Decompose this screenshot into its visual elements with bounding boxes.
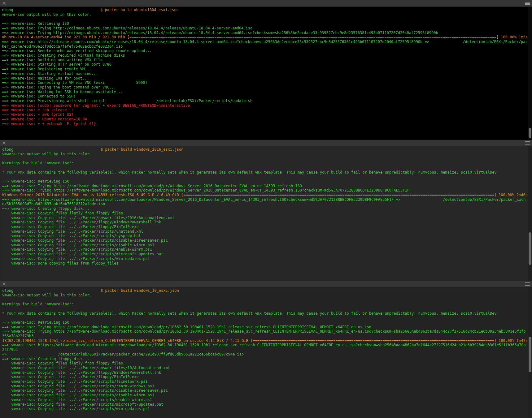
terminal-line: vmware-iso: Copying file: ../../Packer/s… <box>2 256 528 261</box>
scrollbar-thumb[interactable] <box>529 232 531 265</box>
progress-label: 18362.30.190401-1528.19h1_release_svc_re… <box>2 338 253 343</box>
progress-label: Windows_Server_2016_Datacenter_EVAL_en-u… <box>2 193 183 197</box>
terminal-pane-windows2016: × clong $ packer build windows_2016_esxi… <box>0 140 532 281</box>
close-icon[interactable]: × <box>2 282 6 287</box>
terminal-line: ubuntu-18.04.4-server-amd64.iso 921.00 M… <box>2 35 528 40</box>
terminal-line: vmware-iso: Copying file: ../../Packer/s… <box>2 384 528 389</box>
progress-bar: ========================================… <box>253 338 494 343</box>
terminal-line: ==> vmware-iso: Creating required virtua… <box>2 53 528 58</box>
terminal-line: ==> vmware-iso: Provisioning with shell … <box>2 99 528 103</box>
terminal-line <box>2 17 528 21</box>
terminal-line: ==> vmware-iso: Starting virtual machine… <box>2 71 528 76</box>
hamburger-menu-icon[interactable] <box>525 2 530 2</box>
terminal-line: vmware-iso output will be in this color. <box>2 152 528 157</box>
terminal-line: ==> vmware-iso: + + echoawk -F. {print $… <box>2 122 528 126</box>
terminal-line: ==> vmware-iso: Waiting for SSH to becom… <box>2 90 528 94</box>
hamburger-menu-icon[interactable] <box>525 141 530 142</box>
terminal-line: ==> vmware-iso: Retrieving ISO <box>2 21 528 26</box>
terminal-pane-ubuntu1804: × clong $ packer build ubuntu1804_esxi.j… <box>0 0 532 140</box>
close-icon[interactable]: × <box>2 1 6 6</box>
progress-stats: ] 100.00% 1m5s <box>496 35 528 40</box>
terminal-line: vmware-iso: Copying file: ../../Packer/s… <box>2 393 528 398</box>
scrollbar[interactable] <box>528 287 532 418</box>
terminal-line: ==> vmware-iso: Trying http://cdimage.ub… <box>2 26 528 31</box>
terminal-line: vmware-iso: Copying file: ../../Packer/s… <box>2 252 528 256</box>
terminal-line <box>2 156 528 161</box>
pane-titlebar: × <box>0 0 532 7</box>
pane-titlebar: × <box>0 140 532 146</box>
terminal-line: vmware-iso: Copying file: ../../Packer/s… <box>2 388 528 393</box>
terminal-line: vmware-iso: Copying file: ../../Packer/a… <box>2 366 528 370</box>
terminal-line: ==> vmware-iso: https://software-downloa… <box>2 343 528 352</box>
terminal-line: ==> vmware-iso: Trying https://software-… <box>2 184 528 188</box>
terminal-line: 18362.30.190401-1528.19h1_release_svc_re… <box>2 338 528 343</box>
terminal-line: clong $ packer build windows_2016_esxi.j… <box>2 147 528 152</box>
terminal-line: ==> vmware-iso: Typing the boot command … <box>2 85 528 90</box>
terminal-line: ==> vmware-iso: https://software-downloa… <box>2 197 528 206</box>
terminal-line: vmware-iso: Copying file: ../../Packer/s… <box>2 243 528 248</box>
terminal-line: vmware-iso: Copying file: ../../Packer/s… <box>2 247 528 252</box>
terminal-line: * Your vmx data contains the following v… <box>2 170 528 175</box>
terminal-pane-windows10: × clong $ packer build windows_10_esxi.j… <box>0 281 532 418</box>
terminal-line: vmware-iso: Copying file: ../../Packer/s… <box>2 407 528 411</box>
close-icon[interactable]: × <box>2 140 6 146</box>
terminal-line: ==> vmware-iso: Creating floppy disk... <box>2 357 528 361</box>
terminal-line: clong $ packer build ubuntu1804_esxi.jso… <box>2 8 528 12</box>
terminal-line: vmware-iso: Copying file: ../../Packer/f… <box>2 370 528 375</box>
pane-titlebar: × <box>0 281 532 287</box>
terminal-line: ==> vmware-iso: Building and writing VMX… <box>2 58 528 62</box>
terminal-line <box>2 316 528 320</box>
terminal-output-windows2016[interactable]: clong $ packer build windows_2016_esxi.j… <box>0 146 528 281</box>
terminal-line: ==> vmware-iso: Starting HTTP server on … <box>2 62 528 67</box>
terminal-line: ==> vmware-iso: Connecting to VM via VNC… <box>2 80 528 85</box>
progress-bar: ========================================… <box>183 193 494 197</box>
terminal-line <box>2 307 528 311</box>
terminal-line: * Your vmx data contains the following v… <box>2 311 528 316</box>
terminal-line: ==> vmware-iso: Waiting 10s for boot... <box>2 76 528 81</box>
terminal-line: vmware-iso: Copying file: ../../Packer/s… <box>2 402 528 407</box>
terminal-line: vmware-iso: Copying file: ../../Packer/f… <box>2 220 528 225</box>
terminal-line: vmware-iso: Copying file: ../../Packer/s… <box>2 379 528 384</box>
scrollbar-thumb[interactable] <box>529 128 531 138</box>
terminal-line: vmware-iso: Copying file: ../../Packer/f… <box>2 375 528 379</box>
hamburger-menu-icon[interactable] <box>525 282 530 283</box>
terminal-line: ==> vmware-iso: Trying http://cdimage.ub… <box>2 31 528 35</box>
terminal-line: ==> vmware-iso: http://cdimage.ubuntu.co… <box>2 40 528 49</box>
progress-stats: ] 100.00% 2m40s <box>494 193 528 197</box>
terminal-line: clong $ packer build windows_10_esxi.jso… <box>2 288 528 293</box>
scrollbar-thumb[interactable] <box>529 337 531 372</box>
terminal-line: ==> vmware-iso: Trying https://software-… <box>2 325 528 330</box>
terminal-line: Windows_Server_2016_Datacenter_EVAL_en-u… <box>2 193 528 197</box>
terminal-line: ==> vmware-iso: Creating floppy disk... <box>2 206 528 211</box>
terminal-line: vmware-iso: Done copying files from flop… <box>2 261 528 266</box>
terminal-line: vmware-iso output will be in this color. <box>2 293 528 298</box>
terminal-line: vmware-iso output will be in this color. <box>2 12 528 17</box>
terminal-line: vmware-iso: Copying file: ../../Packer/s… <box>2 229 528 234</box>
terminal-line <box>2 175 528 179</box>
terminal-line <box>2 166 528 170</box>
terminal-line: ==> vmware-iso: + lsb_release -r <box>2 108 528 112</box>
scrollbar[interactable] <box>528 146 532 281</box>
terminal-line: ==> vmware-iso: Trying https://software-… <box>2 188 528 193</box>
progress-bar: ========================================… <box>129 35 496 40</box>
terminal-line: ==> vmware-iso: Remote cache was verifie… <box>2 49 528 53</box>
terminal-output-windows10[interactable]: clong $ packer build windows_10_esxi.jso… <box>0 287 528 418</box>
terminal-line: vmware-iso: Copying file: ../../Packer/s… <box>2 238 528 243</box>
terminal-line: vmware-iso: Copying file: ../../Packer/a… <box>2 216 528 220</box>
terminal-line: ==> vmware-iso: Connected to SSH! <box>2 94 528 99</box>
terminal-line: ==> vmware-iso: Registering remote VM... <box>2 67 528 71</box>
progress-stats: ] 100.00% 1m47s <box>494 338 528 343</box>
terminal-line: vmware-iso: Copying file: ../../Packer/s… <box>2 398 528 402</box>
terminal-line: vmware-iso: Copying files flatly from fl… <box>2 361 528 366</box>
terminal-line: => /detectionlab/ESXi/Packer/packer_cach… <box>2 352 528 357</box>
terminal-line: Warnings for build 'vmware-iso': <box>2 302 528 307</box>
scrollbar[interactable] <box>528 7 532 140</box>
terminal-output-ubuntu1804[interactable]: clong $ packer build ubuntu1804_esxi.jso… <box>0 7 528 140</box>
terminal-line <box>2 297 528 302</box>
terminal-line: ==> vmware-iso: + ubuntu_version=18.04 <box>2 117 528 122</box>
terminal-line: Warnings for build 'vmware-iso': <box>2 161 528 166</box>
terminal-line: vmware-iso: Copying files flatly from fl… <box>2 211 528 216</box>
progress-label: ubuntu-18.04.4-server-amd64.iso 921.00 M… <box>2 35 129 40</box>
terminal-line: ==> vmware-iso: Trying https://software-… <box>2 329 528 338</box>
terminal-line: ==> vmware-iso: Retrieving ISO <box>2 179 528 184</box>
